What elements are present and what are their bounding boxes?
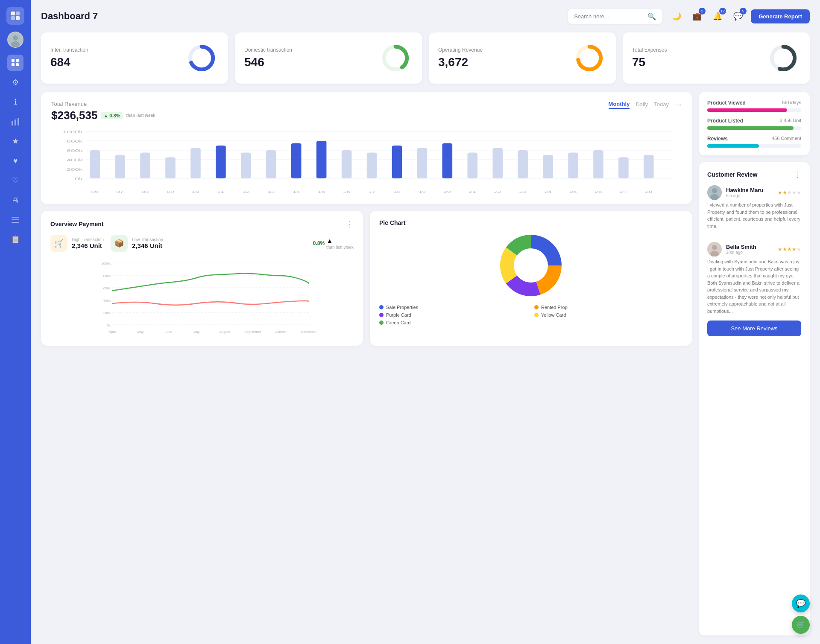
fab-container: 💬 🛒	[792, 594, 810, 634]
svg-text:1000k: 1000k	[62, 130, 83, 134]
svg-text:17: 17	[368, 190, 375, 194]
sidebar-item-heart2[interactable]: ♡	[7, 172, 23, 189]
bar-13	[417, 148, 428, 179]
content-grid: Total Revenue $236,535 ▲ 0.8% than last …	[41, 92, 810, 635]
sidebar-item-favorites[interactable]: ★	[7, 133, 23, 149]
svg-text:1000k: 1000k	[101, 262, 111, 265]
bell-icon-btn[interactable]: 🔔 12	[710, 9, 725, 24]
see-more-reviews-button[interactable]: See More Reviews	[707, 321, 801, 336]
bar-7	[266, 150, 276, 178]
pie-segment-rented-prop	[536, 265, 562, 294]
revenue-tab-daily[interactable]: Daily	[636, 101, 648, 108]
svg-text:06: 06	[91, 190, 99, 194]
sidebar-item-menu[interactable]	[7, 212, 23, 228]
metric-bar-fill-2	[707, 144, 759, 148]
svg-rect-8	[16, 59, 19, 62]
sidebar-item-dashboard[interactable]	[7, 55, 23, 71]
bar-10	[342, 150, 352, 178]
wallet-icon-btn[interactable]: 💼 2	[689, 9, 705, 24]
revenue-tabs: Monthly Daily Today⋯	[609, 101, 682, 109]
bar-21	[618, 157, 629, 179]
sidebar-item-analytics[interactable]	[7, 114, 23, 130]
sidebar-item-info[interactable]: ℹ	[7, 94, 23, 110]
bar-1	[115, 155, 125, 178]
payment-menu-icon[interactable]: ⋮	[346, 219, 354, 229]
pie-chart-container: Sale Properties Rented Prop Purple Card …	[379, 231, 682, 325]
bar-16	[492, 148, 503, 179]
high-transaction-label: High Transaction	[72, 237, 104, 242]
svg-rect-1	[16, 12, 20, 15]
bar-0	[90, 150, 100, 178]
svg-text:April: April	[109, 330, 116, 334]
svg-rect-13	[18, 118, 19, 125]
sidebar-item-settings[interactable]: ⚙	[7, 74, 23, 90]
metric-bar-0	[707, 108, 801, 112]
svg-text:200k: 200k	[103, 311, 111, 315]
metric-bar-fill-0	[707, 108, 787, 112]
svg-text:09: 09	[167, 190, 174, 194]
metric-header-1: Product Listed 3,456 Unit	[707, 118, 801, 124]
message-icon-btn[interactable]: 💬 5	[730, 9, 746, 24]
svg-text:800k: 800k	[67, 139, 83, 143]
svg-text:400k: 400k	[67, 158, 83, 162]
search-box[interactable]: 🔍	[568, 9, 662, 24]
svg-text:20: 20	[444, 190, 451, 194]
bar-15	[467, 153, 477, 179]
low-transaction-stat: 📦 Low Transaction 2,346 Unit	[111, 235, 163, 252]
legend-dot	[379, 305, 384, 309]
sidebar-item-docs[interactable]: 📋	[7, 231, 23, 248]
svg-rect-15	[12, 219, 19, 220]
metric-label-2: Reviews	[707, 136, 728, 142]
metric-bar-fill-1	[707, 126, 794, 130]
metric-value-0: 561/days	[782, 100, 801, 106]
legend-item-green-card: Green Card	[379, 320, 527, 325]
svg-text:June: June	[165, 330, 173, 334]
bar-4	[190, 148, 201, 179]
bottom-panels: Overview Payment ⋮ 🛒 High Transaction 2,…	[41, 211, 692, 346]
sidebar-logo[interactable]	[6, 7, 24, 25]
svg-text:13: 13	[267, 190, 275, 194]
pie-card: Pie Chart Sale Properties Rented Prop Pu…	[370, 211, 692, 346]
revenue-more-icon[interactable]: ⋯	[675, 101, 682, 109]
star-3: ★	[787, 246, 792, 252]
user-avatar[interactable]	[7, 32, 23, 48]
reviewer-row-1: Bella Smith 20m ago ★★★★★	[707, 242, 801, 256]
svg-text:23: 23	[519, 190, 527, 194]
fab-0[interactable]: 💬	[792, 594, 810, 612]
search-input[interactable]	[574, 13, 644, 20]
theme-toggle[interactable]: 🌙	[669, 9, 684, 24]
stat-card-value-3: 75	[632, 55, 667, 69]
pie-legend: Sale Properties Rented Prop Purple Card …	[379, 305, 682, 325]
stat-card-label-1: Domestic transaction	[244, 47, 292, 53]
low-transaction-label: Low Transaction	[132, 237, 163, 242]
pie-chart-svg	[497, 231, 565, 300]
reviewer-avatar-1	[707, 242, 722, 256]
svg-rect-11	[12, 121, 13, 125]
bar-6	[241, 153, 251, 179]
fab-1[interactable]: 🛒	[792, 616, 810, 634]
page-title: Dashboard 7	[41, 11, 561, 22]
stat-card-donut-2	[572, 41, 606, 75]
stat-card-value-2: 3,672	[438, 55, 483, 69]
stat-card-1: Domestic transaction 546	[235, 32, 422, 84]
svg-text:10: 10	[192, 190, 199, 194]
sidebar-item-print[interactable]: 🖨	[7, 192, 23, 208]
revenue-tab-today[interactable]: Today	[654, 101, 669, 108]
metric-header-0: Product Viewed 561/days	[707, 100, 801, 106]
svg-text:May: May	[137, 330, 144, 334]
legend-item-rented-prop: Rented Prop	[534, 305, 682, 310]
generate-report-button[interactable]: Generate Report	[751, 9, 810, 23]
svg-text:08: 08	[141, 190, 149, 194]
stat-card-label-0: Inter. transaction	[50, 47, 88, 53]
stat-card-label-3: Total Expenses	[632, 47, 667, 53]
sidebar-item-heart[interactable]: ♥	[7, 153, 23, 169]
low-transaction-value: 2,346 Unit	[132, 242, 163, 249]
reviewer-stars-1: ★★★★★	[778, 246, 801, 252]
svg-rect-7	[12, 59, 15, 62]
reviews-menu-icon[interactable]: ⋮	[794, 170, 801, 179]
metric-bar-2	[707, 144, 801, 148]
high-transaction-icon: 🛒	[50, 235, 67, 252]
payment-percent: 0.8% ▲ than last week	[313, 235, 354, 252]
svg-rect-2	[11, 16, 15, 20]
revenue-tab-monthly[interactable]: Monthly	[609, 101, 630, 109]
